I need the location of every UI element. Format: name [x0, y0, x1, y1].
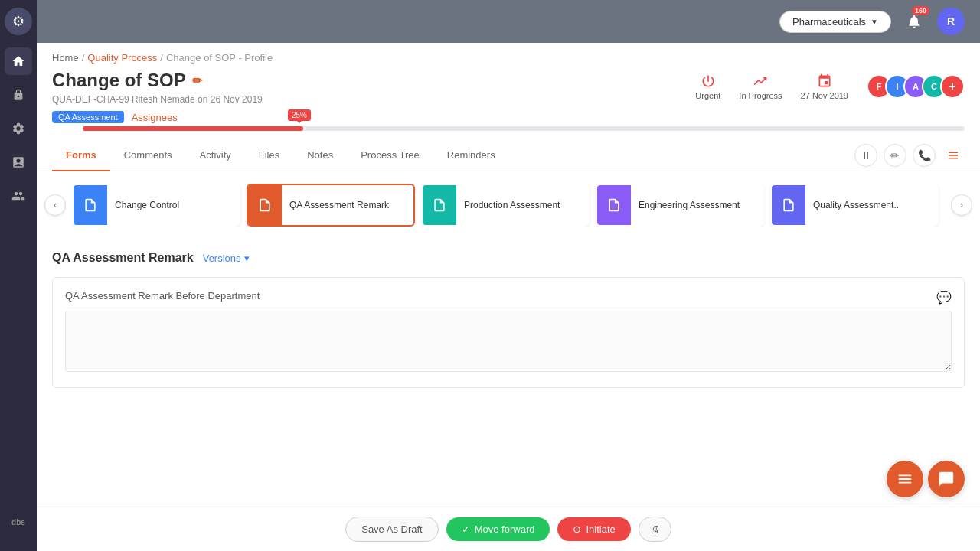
form-field-section: QA Assessment Remark Before Department 💬: [52, 277, 965, 388]
engineering-icon: [597, 185, 631, 225]
fab-chat-button[interactable]: [928, 461, 965, 497]
change-control-icon: [74, 185, 107, 225]
edit-button[interactable]: ✏: [884, 144, 906, 167]
status-urgent: Urgent: [695, 73, 720, 100]
progress-section: 25%: [37, 126, 980, 140]
bottom-action-bar: Save As Draft ✓ Move forward ⊙ Initiate …: [37, 507, 980, 551]
avatars-group: F I A C +: [867, 74, 965, 99]
quality-label: Quality Assessment..: [805, 185, 937, 225]
urgent-label: Urgent: [695, 91, 720, 100]
progress-label: 25%: [288, 109, 311, 121]
fab-menu-button[interactable]: [887, 461, 923, 497]
status-inprogress: In Progress: [739, 73, 782, 100]
breadcrumb-current: Change of SOP - Profile: [166, 52, 273, 64]
versions-button[interactable]: Versions ▾: [203, 253, 250, 264]
engineering-label: Engineering Assessment: [631, 185, 763, 225]
breadcrumb-sep2: /: [160, 52, 163, 64]
status-date: 27 Nov 2019: [801, 73, 848, 100]
checkmark-icon: ✓: [462, 523, 470, 535]
field-label: QA Assessment Remark Before Department: [65, 290, 260, 302]
qa-assessment-label: QA Assessment Remark: [282, 185, 413, 225]
page-subtitle: QUA-DEF-CHA-99 Ritesh Nemade on 26 Nov 2…: [52, 94, 263, 105]
next-arrow[interactable]: ›: [951, 194, 972, 216]
progress-bar-fill: 25%: [83, 126, 303, 131]
print-button[interactable]: 🖨: [639, 517, 671, 542]
production-icon: [423, 185, 456, 225]
sidebar-item-lock[interactable]: [5, 81, 32, 109]
top-header: Pharmaceuticals ▼ 160 R: [37, 0, 980, 43]
breadcrumb-home[interactable]: Home: [52, 52, 79, 64]
page-title: Change of SOP ✏: [52, 70, 263, 91]
sidebar-bottom-logo: dbs: [5, 508, 32, 536]
printer-icon: 🖨: [650, 523, 660, 535]
sidebar-item-home[interactable]: [5, 47, 32, 75]
breadcrumb-quality-process[interactable]: Quality Process: [87, 52, 157, 64]
tab-reminders[interactable]: Reminders: [433, 140, 509, 171]
quality-icon: [772, 185, 805, 225]
tabs-actions: ⏸ ✏ 📞: [854, 144, 965, 167]
logo-gear-icon: ⚙: [12, 13, 24, 30]
sidebar-item-users[interactable]: [5, 182, 32, 210]
breadcrumb: Home / Quality Process / Change of SOP -…: [37, 43, 980, 70]
tab-activity[interactable]: Activity: [186, 140, 245, 171]
tabs-bar: Forms Comments Activity Files Notes Proc…: [37, 140, 980, 171]
breadcrumb-sep1: /: [82, 52, 85, 64]
form-content-title: QA Assessment Remark: [52, 251, 194, 265]
tab-notes[interactable]: Notes: [293, 140, 347, 171]
initiate-button[interactable]: ⊙ Initiate: [557, 517, 630, 541]
comment-icon[interactable]: 💬: [936, 290, 952, 305]
sidebar-item-settings[interactable]: [5, 115, 32, 142]
org-name: Pharmaceuticals: [792, 16, 866, 28]
tab-process-tree[interactable]: Process Tree: [347, 140, 433, 171]
forms-nav: ‹ Change Control QA Assessment Remark: [37, 171, 980, 239]
page-tags: QA Assessment Assignees: [52, 111, 263, 123]
user-avatar[interactable]: R: [937, 8, 965, 35]
tab-forms[interactable]: Forms: [52, 140, 110, 171]
chevron-down-icon: ▾: [244, 253, 250, 264]
chevron-down-icon: ▼: [871, 18, 878, 26]
inprogress-label: In Progress: [739, 91, 782, 100]
tab-files[interactable]: Files: [245, 140, 293, 171]
content-area: Home / Quality Process / Change of SOP -…: [37, 43, 980, 551]
form-content: QA Assessment Remark Versions ▾ QA Asses…: [37, 239, 980, 400]
list-view-button[interactable]: [942, 144, 965, 167]
circle-icon: ⊙: [573, 523, 581, 535]
edit-icon[interactable]: ✏: [192, 73, 202, 88]
main-container: Pharmaceuticals ▼ 160 R Home / Quality P…: [37, 0, 980, 551]
notification-button[interactable]: 160: [900, 8, 928, 35]
page-title-section: Change of SOP ✏ QUA-DEF-CHA-99 Ritesh Ne…: [52, 70, 263, 123]
notification-badge: 160: [912, 6, 929, 15]
qa-assessment-tag: QA Assessment: [52, 111, 124, 123]
add-avatar-button[interactable]: +: [940, 74, 965, 99]
org-selector[interactable]: Pharmaceuticals ▼: [779, 11, 891, 33]
sidebar: ⚙ dbs: [0, 0, 37, 551]
progress-bar-container: 25%: [83, 126, 965, 131]
sidebar-item-reports[interactable]: [5, 148, 32, 176]
change-control-label: Change Control: [107, 185, 239, 225]
phone-button[interactable]: 📞: [913, 144, 936, 167]
form-card-production[interactable]: Production Assessment: [421, 184, 590, 227]
prev-arrow[interactable]: ‹: [44, 194, 66, 216]
form-content-header: QA Assessment Remark Versions ▾: [52, 251, 965, 265]
form-card-qa-assessment[interactable]: QA Assessment Remark: [247, 184, 415, 227]
assignees-link[interactable]: Assignees: [132, 112, 178, 123]
qa-remark-textarea[interactable]: [65, 311, 952, 372]
forms-list: Change Control QA Assessment Remark Prod…: [72, 184, 945, 227]
form-field-row: QA Assessment Remark Before Department 💬: [65, 290, 952, 305]
form-card-change-control[interactable]: Change Control: [72, 184, 240, 227]
sidebar-logo[interactable]: ⚙: [5, 8, 32, 35]
move-forward-button[interactable]: ✓ Move forward: [446, 517, 550, 541]
production-label: Production Assessment: [456, 185, 588, 225]
save-draft-button[interactable]: Save As Draft: [345, 517, 438, 542]
date-label: 27 Nov 2019: [801, 91, 848, 100]
qa-assessment-icon: [248, 185, 282, 225]
pause-button[interactable]: ⏸: [854, 144, 877, 167]
form-card-engineering[interactable]: Engineering Assessment: [596, 184, 764, 227]
form-card-quality[interactable]: Quality Assessment..: [770, 184, 939, 227]
tab-comments[interactable]: Comments: [110, 140, 186, 171]
